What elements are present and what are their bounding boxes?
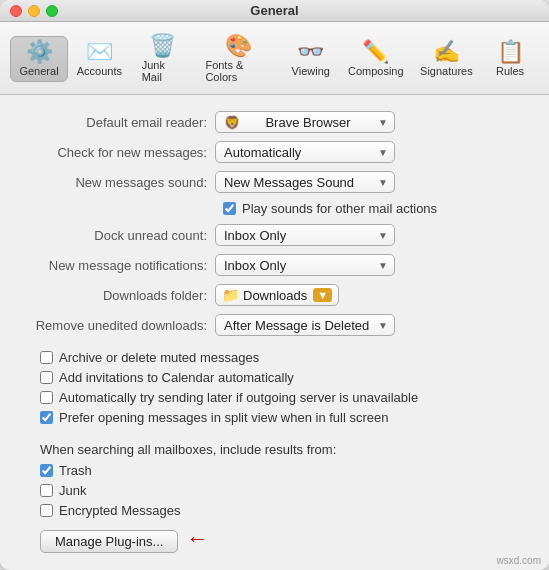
search-encrypted-checkbox[interactable] <box>40 504 53 517</box>
tab-signatures-label: Signatures <box>420 65 473 77</box>
downloads-chevron-icon: ▼ <box>313 288 332 302</box>
tab-junk-mail[interactable]: 🗑️ Junk Mail <box>131 30 195 88</box>
rules-icon: 📋 <box>497 41 524 63</box>
new-messages-sound-row: New messages sound: New Messages Sound ▼ <box>20 171 529 193</box>
default-email-reader-control: 🦁 Brave Browser ▼ <box>215 111 529 133</box>
search-encrypted-label: Encrypted Messages <box>59 503 180 518</box>
content-area: Default email reader: 🦁 Brave Browser ▼ … <box>0 95 549 570</box>
check-new-messages-label: Check for new messages: <box>20 145 215 160</box>
search-trash-row: Trash <box>20 463 529 478</box>
new-message-notifications-value: Inbox Only <box>224 258 286 273</box>
tab-junk-mail-label: Junk Mail <box>142 59 184 83</box>
red-arrow-icon: ← <box>186 526 208 552</box>
prefer-split-view-row: Prefer opening messages in split view wh… <box>20 410 529 425</box>
check-new-messages-select[interactable]: Automatically ▼ <box>215 141 395 163</box>
general-icon: ⚙️ <box>26 41 53 63</box>
remove-unedited-select[interactable]: After Message is Deleted ▼ <box>215 314 395 336</box>
new-message-notifications-select[interactable]: Inbox Only ▼ <box>215 254 395 276</box>
chevron-down-icon: ▼ <box>378 230 388 241</box>
remove-unedited-row: Remove unedited downloads: After Message… <box>20 314 529 336</box>
viewing-icon: 👓 <box>297 41 324 63</box>
tab-accounts-label: Accounts <box>77 65 122 77</box>
play-sounds-checkbox[interactable] <box>223 202 236 215</box>
new-message-notifications-row: New message notifications: Inbox Only ▼ <box>20 254 529 276</box>
auto-try-sending-row: Automatically try sending later if outgo… <box>20 390 529 405</box>
tab-composing[interactable]: ✏️ Composing <box>340 36 412 82</box>
tab-viewing-label: Viewing <box>292 65 330 77</box>
composing-icon: ✏️ <box>362 41 389 63</box>
tab-accounts[interactable]: ✉️ Accounts <box>68 36 131 82</box>
search-encrypted-row: Encrypted Messages <box>20 503 529 518</box>
search-section-header: When searching all mailboxes, include re… <box>20 442 529 457</box>
watermark: wsxd.com <box>497 555 541 566</box>
tab-rules[interactable]: 📋 Rules <box>481 36 539 82</box>
new-messages-sound-label: New messages sound: <box>20 175 215 190</box>
chevron-down-icon: ▼ <box>378 260 388 271</box>
tab-fonts-colors[interactable]: 🎨 Fonts & Colors <box>194 30 281 88</box>
add-invitations-label: Add invitations to Calendar automaticall… <box>59 370 294 385</box>
tab-fonts-colors-label: Fonts & Colors <box>205 59 270 83</box>
traffic-lights <box>10 5 58 17</box>
remove-unedited-value: After Message is Deleted <box>224 318 369 333</box>
search-trash-label: Trash <box>59 463 92 478</box>
downloads-folder-value: Downloads <box>243 288 307 303</box>
fonts-colors-icon: 🎨 <box>225 35 252 57</box>
play-sounds-label: Play sounds for other mail actions <box>242 201 437 216</box>
manage-plugins-row: Manage Plug-ins... ← <box>20 524 529 553</box>
remove-unedited-control: After Message is Deleted ▼ <box>215 314 529 336</box>
check-new-messages-row: Check for new messages: Automatically ▼ <box>20 141 529 163</box>
new-messages-sound-control: New Messages Sound ▼ <box>215 171 529 193</box>
accounts-icon: ✉️ <box>86 41 113 63</box>
check-new-messages-value: Automatically <box>224 145 301 160</box>
window-title: General <box>250 3 298 18</box>
new-messages-sound-select[interactable]: New Messages Sound ▼ <box>215 171 395 193</box>
folder-icon: 📁 <box>222 287 239 303</box>
prefer-split-view-label: Prefer opening messages in split view wh… <box>59 410 389 425</box>
downloads-folder-label: Downloads folder: <box>20 288 215 303</box>
chevron-down-icon: ▼ <box>378 147 388 158</box>
chevron-down-icon: ▼ <box>378 117 388 128</box>
check-new-messages-control: Automatically ▼ <box>215 141 529 163</box>
archive-delete-checkbox[interactable] <box>40 351 53 364</box>
add-invitations-checkbox[interactable] <box>40 371 53 384</box>
search-junk-row: Junk <box>20 483 529 498</box>
dock-unread-row: Dock unread count: Inbox Only ▼ <box>20 224 529 246</box>
tab-viewing[interactable]: 👓 Viewing <box>282 36 340 82</box>
archive-delete-row: Archive or delete muted messages <box>20 350 529 365</box>
new-messages-sound-value: New Messages Sound <box>224 175 354 190</box>
default-email-reader-row: Default email reader: 🦁 Brave Browser ▼ <box>20 111 529 133</box>
archive-delete-label: Archive or delete muted messages <box>59 350 259 365</box>
remove-unedited-label: Remove unedited downloads: <box>20 318 215 333</box>
tab-signatures[interactable]: ✍️ Signatures <box>412 36 481 82</box>
signatures-icon: ✍️ <box>433 41 460 63</box>
search-trash-checkbox[interactable] <box>40 464 53 477</box>
downloads-folder-row: Downloads folder: 📁 Downloads ▼ <box>20 284 529 306</box>
dock-unread-select[interactable]: Inbox Only ▼ <box>215 224 395 246</box>
dock-unread-value: Inbox Only <box>224 228 286 243</box>
chevron-down-icon: ▼ <box>378 320 388 331</box>
prefer-split-view-checkbox[interactable] <box>40 411 53 424</box>
dock-unread-control: Inbox Only ▼ <box>215 224 529 246</box>
search-junk-checkbox[interactable] <box>40 484 53 497</box>
auto-try-sending-checkbox[interactable] <box>40 391 53 404</box>
minimize-button[interactable] <box>28 5 40 17</box>
play-sounds-row: Play sounds for other mail actions <box>20 201 529 216</box>
default-email-reader-select[interactable]: 🦁 Brave Browser ▼ <box>215 111 395 133</box>
manage-plugins-button[interactable]: Manage Plug-ins... <box>40 530 178 553</box>
default-email-reader-label: Default email reader: <box>20 115 215 130</box>
chevron-down-icon: ▼ <box>378 177 388 188</box>
dock-unread-label: Dock unread count: <box>20 228 215 243</box>
downloads-folder-select[interactable]: 📁 Downloads ▼ <box>215 284 339 306</box>
downloads-folder-control: 📁 Downloads ▼ <box>215 284 529 306</box>
new-message-notifications-control: Inbox Only ▼ <box>215 254 529 276</box>
brave-browser-icon: 🦁 <box>224 115 240 130</box>
junk-mail-icon: 🗑️ <box>149 35 176 57</box>
default-email-reader-value: Brave Browser <box>265 115 350 130</box>
tab-composing-label: Composing <box>348 65 404 77</box>
tab-general[interactable]: ⚙️ General <box>10 36 68 82</box>
close-button[interactable] <box>10 5 22 17</box>
auto-try-sending-label: Automatically try sending later if outgo… <box>59 390 418 405</box>
maximize-button[interactable] <box>46 5 58 17</box>
tab-rules-label: Rules <box>496 65 524 77</box>
new-message-notifications-label: New message notifications: <box>20 258 215 273</box>
